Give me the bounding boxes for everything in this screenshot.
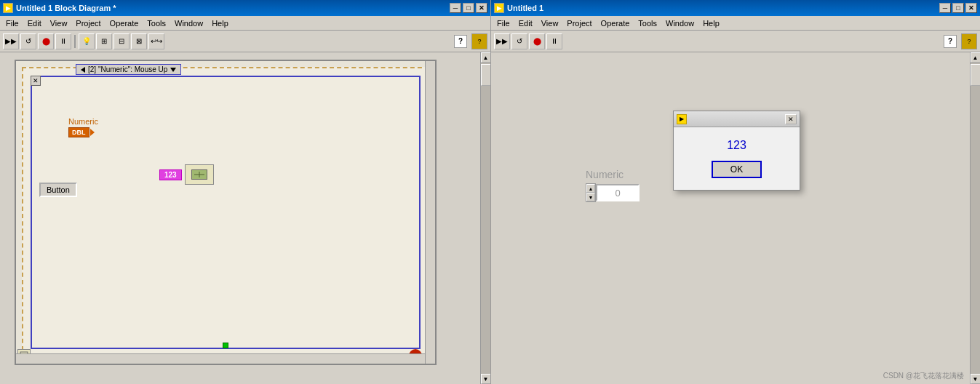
bd-diagram-canvas[interactable]: ✕ [2] "Numeric": Mouse Up Numeric [15, 60, 437, 365]
display-screen [191, 169, 207, 180]
fp-spinbox-value[interactable]: 0 [596, 184, 640, 201]
button-block: Button [39, 183, 77, 197]
event-tab-dropdown-arrow [170, 68, 176, 72]
fp-canvas-area[interactable]: Numeric ▲ ▼ 0 ▶ [491, 52, 970, 384]
fp-menu-edit[interactable]: Edit [514, 17, 537, 29]
fp-context-help[interactable]: ? [961, 33, 977, 49]
fp-minimize-button[interactable]: ─ [939, 3, 951, 13]
bd-inner-area[interactable]: ✕ [2] "Numeric": Mouse Up Numeric [22, 67, 429, 358]
bd-minimize-button[interactable]: ─ [450, 3, 461, 13]
fp-spin-buttons: ▲ ▼ [586, 183, 596, 202]
fp-menu-project[interactable]: Project [562, 17, 596, 29]
fp-scroll-track[interactable] [971, 63, 981, 374]
bd-window-icon: ▶ [3, 3, 13, 13]
numeric-block-label: Numeric [68, 117, 98, 126]
bd-main-content: ✕ [2] "Numeric": Mouse Up Numeric [0, 52, 490, 384]
num-indicator-box[interactable]: 123 [159, 169, 182, 180]
watermark-text: CSDN @花飞花落花满楼 [883, 371, 964, 381]
bd-vscroll[interactable] [425, 61, 435, 364]
fp-menu-window[interactable]: Window [661, 17, 698, 29]
fp-window-icon: ▶ [494, 3, 504, 13]
fp-menu-view[interactable]: View [537, 17, 563, 29]
bd-restore-button[interactable]: □ [463, 3, 474, 13]
event-tab[interactable]: [2] "Numeric": Mouse Up [76, 64, 181, 75]
bd-close-button[interactable]: ✕ [476, 3, 487, 13]
fp-toolbar: ▶▶ ↺ ⬤ ⏸ ? ? [491, 31, 980, 52]
dialog-close-button[interactable]: ✕ [785, 114, 797, 124]
bd-menu-operate[interactable]: Operate [105, 17, 143, 29]
dbl-container: DBL [68, 127, 98, 137]
bd-scroll-thumb[interactable] [481, 64, 491, 86]
dialog-body: 123 OK [674, 127, 800, 190]
fp-pause-button[interactable]: ⏸ [546, 33, 562, 49]
fp-numeric-label: Numeric [586, 169, 640, 180]
front-panel-window: ▶ Untitled 1 ─ □ ✕ File Edit View Projec… [491, 0, 980, 384]
event-structure[interactable]: ✕ [2] "Numeric": Mouse Up Numeric [31, 76, 421, 349]
dialog-title-icon: ▶ [677, 114, 687, 124]
bd-scroll-track[interactable] [481, 63, 491, 374]
bd-pause-button[interactable]: ⏸ [55, 33, 71, 49]
bd-menu-tools[interactable]: Tools [143, 17, 170, 29]
fp-close-button[interactable]: ✕ [965, 3, 977, 13]
fp-title-bar: ▶ Untitled 1 ─ □ ✕ [491, 0, 980, 16]
bd-menu-file[interactable]: File [1, 17, 23, 29]
fp-right-scrollbar[interactable]: ▲ ▼ [970, 52, 980, 384]
bd-menu-window[interactable]: Window [170, 17, 207, 29]
bd-step-into-button[interactable]: ⊟ [113, 33, 130, 49]
dbl-arrow [90, 129, 95, 136]
fp-restore-button[interactable]: □ [952, 3, 964, 13]
bd-stop-button[interactable]: ⬤ [38, 33, 54, 49]
numeric-block: Numeric DBL [68, 117, 98, 137]
fp-scroll-up[interactable]: ▲ [971, 52, 981, 63]
bd-toolbar: ▶▶ ↺ ⬤ ⏸ 💡 ⊞ ⊟ ⊠ ↩↪ ? ? [0, 31, 490, 52]
fp-scroll-down[interactable]: ▼ [971, 374, 981, 384]
fp-spin-up[interactable]: ▲ [586, 184, 595, 193]
bottom-indicator [223, 343, 228, 348]
event-tab-text: [2] "Numeric": Mouse Up [88, 65, 167, 73]
bd-scroll-up[interactable]: ▲ [481, 52, 491, 63]
fp-menu-operate[interactable]: Operate [597, 17, 634, 29]
dialog-ok-button[interactable]: OK [712, 161, 762, 178]
fp-content: Numeric ▲ ▼ 0 ▶ [491, 52, 980, 384]
bd-menu-view[interactable]: View [46, 17, 72, 29]
bd-warn-button[interactable]: ↩↪ [148, 33, 164, 49]
fp-abort-button[interactable]: ↺ [511, 33, 527, 49]
bd-step-over-button[interactable]: ⊞ [96, 33, 112, 49]
bd-menu-bar: File Edit View Project Operate Tools Win… [0, 16, 490, 31]
bd-menu-edit[interactable]: Edit [23, 17, 46, 29]
bd-abort-button[interactable]: ↺ [20, 33, 36, 49]
display-screen-graphic [193, 170, 206, 179]
bd-context-help[interactable]: ? [471, 33, 487, 49]
event-tab-left-arrow [81, 67, 85, 73]
event-structure-close[interactable]: ✕ [31, 76, 41, 86]
bd-highlight-button[interactable]: 💡 [79, 33, 95, 49]
fp-run-button[interactable]: ▶▶ [494, 33, 510, 49]
bd-hscroll[interactable] [16, 353, 425, 364]
bd-title-bar: ▶ Untitled 1 Block Diagram * ─ □ ✕ [0, 0, 490, 16]
fp-menu-help[interactable]: Help [698, 17, 724, 29]
bd-step-out-button[interactable]: ⊠ [131, 33, 147, 49]
fp-numeric-input: ▲ ▼ 0 [586, 183, 640, 202]
num-indicator: 123 [159, 164, 214, 185]
bd-scroll-down[interactable]: ▼ [481, 374, 491, 384]
dbl-indicator[interactable]: DBL [68, 127, 89, 137]
fp-numeric-control: Numeric ▲ ▼ 0 [586, 169, 640, 202]
display-icon[interactable] [185, 164, 214, 185]
block-diagram-window: ▶ Untitled 1 Block Diagram * ─ □ ✕ File … [0, 0, 491, 384]
bd-title-controls: ─ □ ✕ [450, 3, 487, 13]
fp-scroll-thumb[interactable] [971, 64, 981, 86]
button-control[interactable]: Button [39, 183, 77, 197]
fp-help-button[interactable]: ? [944, 35, 957, 48]
fp-stop-button[interactable]: ⬤ [529, 33, 545, 49]
bd-canvas-area[interactable]: ✕ [2] "Numeric": Mouse Up Numeric [0, 52, 480, 384]
fp-menu-file[interactable]: File [493, 17, 514, 29]
bd-separator-1 [74, 35, 76, 48]
fp-spin-down[interactable]: ▼ [586, 193, 595, 201]
bd-help-button[interactable]: ? [454, 35, 467, 48]
dialog-overlay: ▶ ✕ 123 OK [673, 111, 800, 191]
bd-menu-project[interactable]: Project [71, 17, 105, 29]
bd-run-button[interactable]: ▶▶ [3, 33, 19, 49]
bd-right-scrollbar[interactable]: ▲ ▼ [480, 52, 490, 384]
fp-menu-tools[interactable]: Tools [634, 17, 661, 29]
bd-menu-help[interactable]: Help [207, 17, 233, 29]
